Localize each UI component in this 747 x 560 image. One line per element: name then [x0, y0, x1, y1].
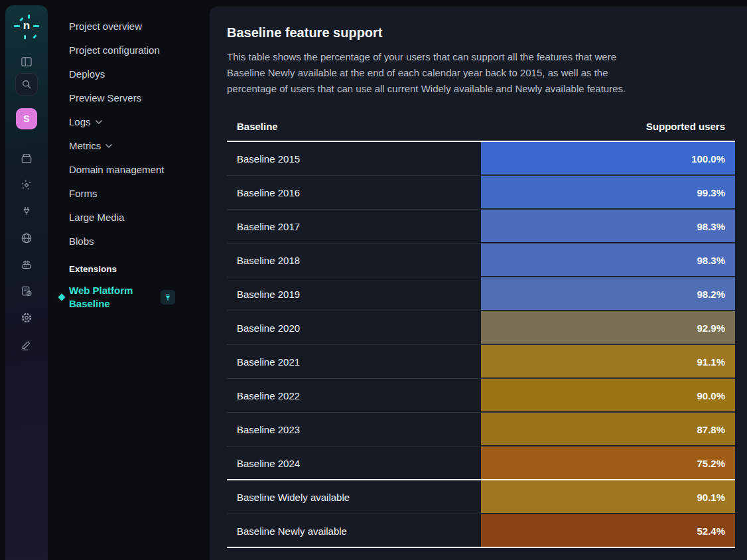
box-icon — [20, 152, 33, 165]
supported-users-bar: 98.3% — [481, 210, 735, 242]
supported-users-bar: 98.3% — [481, 244, 735, 276]
globe-icon — [20, 232, 33, 245]
sidebar-nav: Project overviewProject configurationDep… — [48, 14, 210, 253]
sidebar-item-label: Forms — [69, 188, 98, 199]
sidebar-item-logs[interactable]: Logs — [48, 109, 210, 133]
row-label: Baseline 2018 — [237, 255, 300, 266]
sidebar-item-label: Deploys — [69, 68, 105, 80]
row-label: Baseline 2017 — [237, 221, 300, 232]
row-label: Baseline Newly available — [237, 525, 347, 536]
supported-users-bar: 91.1% — [481, 345, 735, 378]
pencil-icon — [20, 338, 33, 351]
search-button[interactable] — [15, 73, 38, 96]
netlify-logo[interactable]: n — [12, 12, 41, 41]
logo-ray — [33, 25, 39, 27]
row-label: Baseline 2019 — [237, 289, 300, 300]
notes-clock-icon — [20, 285, 33, 298]
supported-users-value: 98.2% — [697, 288, 725, 299]
chevron-down-icon — [105, 144, 112, 148]
logo-ray — [14, 25, 20, 27]
plug-icon — [20, 205, 33, 218]
supported-users-bar: 99.3% — [481, 176, 735, 208]
supported-users-value: 75.2% — [697, 457, 725, 468]
logo-ray — [28, 15, 30, 19]
logo-ray — [24, 35, 26, 39]
settings-rail-button[interactable] — [15, 306, 38, 330]
supported-users-bar: 90.0% — [481, 379, 735, 411]
sidebar-item-large-media[interactable]: Large Media — [48, 205, 210, 229]
sidebar-item-label: Logs — [69, 116, 91, 127]
sidebar-item-label: Large Media — [69, 212, 124, 223]
baseline-table: Baseline Supported users Baseline 201510… — [227, 110, 735, 548]
sidebar-toggle-button[interactable] — [15, 50, 38, 74]
table-row: Baseline 202092.9% — [227, 311, 735, 345]
sidebar-item-forms[interactable]: Forms — [48, 181, 210, 205]
row-label: Baseline 2020 — [237, 322, 300, 334]
diamond-bullet-icon — [58, 293, 65, 301]
supported-users-value: 87.8% — [697, 423, 725, 435]
extension-plug-badge — [161, 290, 175, 305]
supported-users-value: 98.3% — [697, 220, 725, 232]
supported-users-value: 98.3% — [697, 254, 725, 265]
row-label: Baseline 2022 — [237, 390, 300, 401]
row-label: Baseline Widely available — [237, 492, 350, 503]
sidebar-item-project-overview[interactable]: Project overview — [48, 14, 210, 38]
extension-label: Web Platform Baseline — [69, 284, 155, 311]
row-label: Baseline 2023 — [237, 424, 300, 435]
main-panel: Baseline feature support This table show… — [210, 7, 747, 560]
supported-users-bar: 87.8% — [481, 413, 735, 445]
domains-rail-button[interactable] — [15, 226, 38, 250]
sidebar-item-label: Domain management — [69, 164, 164, 175]
supported-users-bar: 90.1% — [481, 480, 735, 513]
supported-users-value: 90.0% — [697, 389, 725, 401]
supported-users-bar: 52.4% — [481, 514, 735, 547]
table-row: Baseline 202387.8% — [227, 413, 735, 447]
page-description: This table shows the percentage of your … — [227, 49, 657, 97]
row-label: Baseline 2015 — [237, 153, 300, 165]
deploys-rail-button[interactable] — [15, 147, 38, 171]
supported-users-value: 99.3% — [697, 186, 725, 198]
extensions-rail-button[interactable] — [15, 200, 38, 224]
sidebar-item-label: Blobs — [69, 236, 94, 247]
logs-rail-button[interactable] — [15, 279, 38, 303]
sidebar-item-blobs[interactable]: Blobs — [48, 229, 210, 253]
supported-users-bar: 92.9% — [481, 311, 735, 344]
baseline-table-rows: Baseline 2015100.0%Baseline 201699.3%Bas… — [227, 142, 735, 548]
sidebar-item-web-platform-baseline[interactable]: Web Platform Baseline — [48, 284, 200, 311]
sidebar-item-label: Project configuration — [69, 44, 160, 56]
team-rail-button[interactable] — [15, 253, 38, 277]
row-label: Baseline 2016 — [237, 187, 300, 198]
sidebar-item-deploys[interactable]: Deploys — [48, 62, 210, 86]
project-avatar[interactable]: S — [16, 108, 37, 129]
sidebar-item-preview-servers[interactable]: Preview Servers — [48, 86, 210, 109]
table-row: Baseline 2015100.0% — [227, 142, 735, 176]
table-row: Baseline 202475.2% — [227, 447, 735, 480]
sidebar-item-project-configuration[interactable]: Project configuration — [48, 38, 210, 62]
logo-letter: n — [23, 19, 30, 33]
row-label: Baseline 2024 — [237, 457, 300, 468]
table-row: Baseline Newly available52.4% — [227, 514, 735, 548]
supported-users-bar: 98.2% — [481, 277, 735, 310]
supported-users-value: 90.1% — [697, 491, 725, 502]
icon-rail: n S — [5, 5, 48, 560]
table-row: Baseline 202290.0% — [227, 379, 735, 413]
sidebar-item-domain-management[interactable]: Domain management — [48, 157, 210, 181]
gear-icon — [20, 311, 33, 324]
automations-rail-button[interactable] — [15, 173, 38, 197]
row-label: Baseline 2021 — [237, 356, 300, 368]
table-row: Baseline 202191.1% — [227, 345, 735, 379]
chevron-down-icon — [96, 120, 102, 124]
sidebar-item-metrics[interactable]: Metrics — [48, 133, 210, 157]
supported-users-bar: 100.0% — [481, 142, 735, 175]
table-row: Baseline 201998.2% — [227, 277, 735, 311]
logo-ray — [33, 35, 36, 38]
supported-users-bar: 75.2% — [481, 447, 735, 479]
extensions-heading: Extensions — [48, 264, 210, 274]
sparkle-dots-icon — [20, 178, 33, 192]
avatar-letter: S — [23, 113, 29, 124]
column-header-supported-users: Supported users — [646, 121, 725, 132]
edit-rail-button[interactable] — [15, 332, 38, 356]
sidebar-item-label: Metrics — [69, 140, 101, 151]
audience-icon — [20, 258, 33, 271]
page-title: Baseline feature support — [227, 24, 735, 41]
